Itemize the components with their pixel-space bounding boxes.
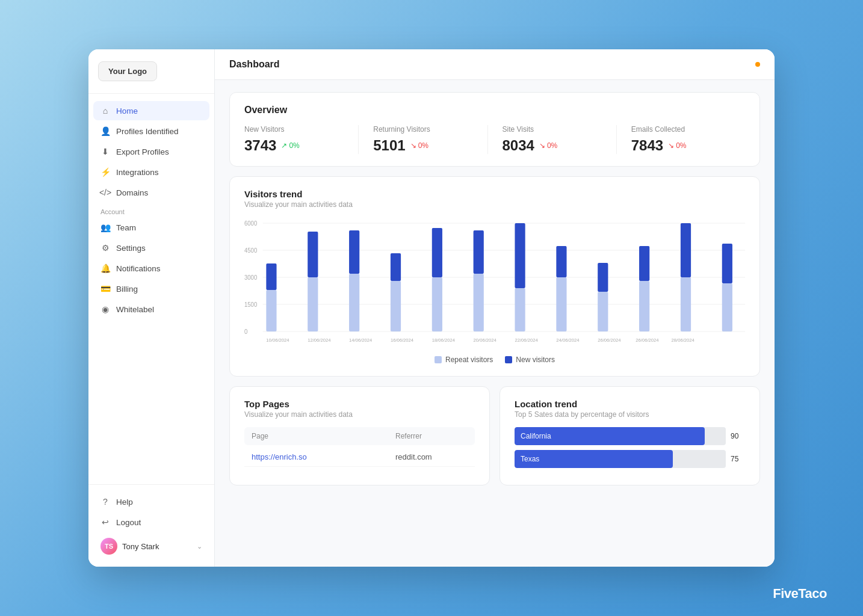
svg-rect-14 [308,232,318,277]
sidebar-item-logout[interactable]: ↩ Logout [93,513,209,532]
chart-subtitle: Visualize your main activities data [244,200,745,209]
logo: Your Logo [98,61,157,81]
svg-rect-29 [515,223,525,288]
sidebar-item-whitelabel[interactable]: ◉ Whitelabel [93,300,209,319]
chart-title: Visitors trend [244,189,745,199]
sidebar-item-settings[interactable]: ⚙ Settings [93,238,209,257]
overview-card: Overview New Visitors 3743 ↗ 0% [229,92,760,167]
location-trend-card: Location trend Top 5 Sates data by perce… [500,386,760,485]
svg-text:1500: 1500 [244,301,258,308]
legend-new: New visitors [505,356,555,364]
svg-text:0: 0 [244,328,248,335]
sidebar-item-domains[interactable]: </> Domains [93,183,209,202]
svg-rect-44 [722,244,732,283]
legend-repeat-color [435,356,442,363]
sidebar-bottom: ? Help ↩ Logout TS Tony Stark ⌄ [88,484,214,567]
card-icon: 💳 [101,284,110,294]
bar-outer-texas: Texas [515,450,726,468]
brand-name-text: FiveTaco [773,586,827,601]
sidebar-item-team[interactable]: 👥 Team [93,218,209,237]
bottom-row: Top Pages Visualize your main activities… [229,386,760,485]
location-bar-california: California 90 [515,427,745,445]
svg-rect-11 [266,263,276,290]
sidebar-item-home[interactable]: ⌂ Home [93,101,209,120]
svg-rect-35 [598,263,608,292]
svg-rect-17 [349,230,359,274]
svg-text:3000: 3000 [244,274,258,281]
metric-change-down-2: ↘ 0% [539,141,557,150]
legend-new-color [505,356,512,363]
main-content: Dashboard Overview New Visitors 3743 ↗ 0… [215,49,775,567]
logo-area: Your Logo [88,49,214,94]
chart-legend: Repeat visitors New visitors [244,356,745,364]
svg-text:16/06/2024: 16/06/2024 [391,337,414,343]
user-name: Tony Stark [122,542,192,551]
referrer-value: reddit.com [395,452,468,461]
svg-text:12/06/2024: 12/06/2024 [308,337,331,343]
svg-rect-34 [598,292,608,331]
sidebar-item-help[interactable]: ? Help [93,492,209,511]
sidebar-item-billing[interactable]: 💳 Billing [93,279,209,298]
sidebar-item-integrations[interactable]: ⚡ Integrations [93,162,209,182]
trend-down-icon-3: ↘ [668,141,674,150]
svg-rect-38 [639,246,649,281]
download-icon: ⬇ [101,147,110,156]
user-profile-row[interactable]: TS Tony Stark ⌄ [93,533,209,559]
svg-rect-40 [681,277,691,331]
svg-text:26/06/2024: 26/06/2024 [636,337,659,343]
metric-new-visitors: New Visitors 3743 ↗ 0% [244,125,359,154]
content-area: Overview New Visitors 3743 ↗ 0% [215,80,775,497]
svg-rect-13 [308,277,318,331]
code-icon: </> [101,188,110,197]
bar-outer-california: California [515,427,726,445]
layers-icon: ◉ [101,304,110,314]
svg-text:14/06/2024: 14/06/2024 [349,337,373,343]
logout-icon: ↩ [101,517,110,527]
users-icon: 👥 [101,223,110,232]
svg-text:4500: 4500 [244,247,258,254]
svg-text:28/06/2024: 28/06/2024 [672,337,695,343]
svg-text:18/06/2024: 18/06/2024 [432,337,456,343]
page-header: Dashboard [215,49,775,80]
svg-rect-22 [432,277,442,331]
trend-down-icon: ↘ [410,141,416,150]
overview-title: Overview [244,105,745,116]
svg-rect-26 [474,230,484,274]
svg-text:26/06/2024: 26/06/2024 [598,337,621,343]
svg-text:22/06/2024: 22/06/2024 [515,337,538,343]
svg-rect-32 [556,246,566,277]
user-icon: 👤 [101,126,110,136]
gear-icon: ⚙ [101,243,110,253]
metric-change-up: ↗ 0% [281,141,299,150]
sidebar-item-profiles-identified[interactable]: 👤 Profiles Identified [93,122,209,141]
svg-rect-20 [391,253,401,281]
svg-rect-28 [515,288,525,331]
avatar: TS [101,538,117,555]
table-header: Page Referrer [244,427,475,445]
trend-down-icon-2: ↘ [539,141,545,150]
sidebar: Your Logo ⌂ Home 👤 Profiles Identified ⬇… [88,49,215,567]
top-pages-title: Top Pages [244,399,475,409]
location-bar-texas: Texas 75 [515,450,745,468]
svg-rect-25 [474,274,484,331]
help-icon: ? [101,497,110,507]
top-pages-subtitle: Visualize your main activities data [244,410,475,419]
app-container: Your Logo ⌂ Home 👤 Profiles Identified ⬇… [88,49,775,567]
sidebar-item-notifications[interactable]: 🔔 Notifications [93,259,209,278]
chevron-down-icon: ⌄ [197,543,202,550]
svg-rect-31 [556,277,566,331]
metric-change-down-3: ↘ 0% [668,141,686,150]
svg-rect-37 [639,281,649,331]
sidebar-item-export-profiles[interactable]: ⬇ Export Profiles [93,142,209,161]
svg-rect-19 [391,281,401,331]
fivetaco-branding: FiveTaco [773,586,827,602]
metric-change-down-1: ↘ 0% [410,141,428,150]
svg-text:24/06/2024: 24/06/2024 [556,337,580,343]
svg-text:6000: 6000 [244,220,258,227]
top-pages-card: Top Pages Visualize your main activities… [229,386,490,485]
bar-inner-california: California [515,427,705,445]
legend-repeat: Repeat visitors [435,356,493,364]
bar-chart-svg: 6000 4500 3000 1500 0 [244,218,745,351]
page-link[interactable]: https://enrich.so [252,452,307,461]
chart-area: 6000 4500 3000 1500 0 [244,218,745,351]
